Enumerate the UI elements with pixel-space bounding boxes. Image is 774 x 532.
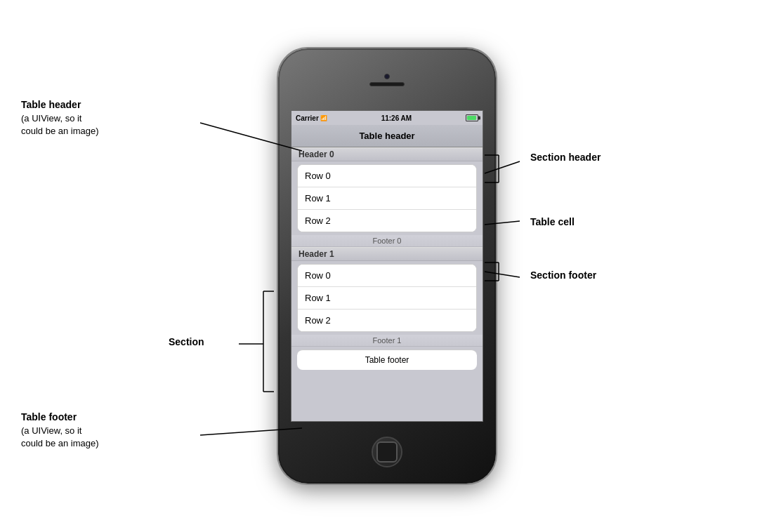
section-rows-1: Row 0 Row 1 Row 2 — [297, 264, 477, 332]
annotation-uiview-1: a UIView, so it — [24, 113, 81, 124]
status-bar: Carrier 📶 11:26 AM — [291, 111, 483, 125]
section-footer-annotation: Section footer — [530, 269, 596, 283]
section-annotation: Section — [169, 335, 204, 350]
section-rows-0: Row 0 Row 1 Row 2 — [297, 164, 477, 232]
table-header-annotation: Table header (a UIView, so it could be a… — [21, 98, 99, 138]
section-footer-1: Footer 1 — [291, 335, 483, 347]
phone-screen: Carrier 📶 11:26 AM Table header Header 0… — [291, 110, 483, 422]
carrier-info: Carrier 📶 — [296, 114, 327, 122]
table-row: Row 2 — [298, 310, 476, 331]
battery-icon — [466, 114, 478, 121]
wifi-icon: 📶 — [320, 115, 327, 121]
battery-fill — [467, 116, 476, 120]
table-cell-annotation: Table cell — [530, 215, 575, 230]
table-footer-annotation: Table footer (a UIView, so it could be a… — [21, 411, 99, 450]
section-header-1: Header 1 — [291, 247, 483, 261]
table-row: Row 0 — [298, 265, 476, 287]
carrier-label: Carrier — [296, 114, 319, 122]
table-footer-view: Table footer — [297, 350, 477, 370]
home-button-inner — [376, 441, 398, 463]
table-row: Row 1 — [298, 287, 476, 310]
speaker-icon — [369, 82, 405, 86]
table-view: Header 0 Row 0 Row 1 Row 2 Footer 0 — [291, 147, 483, 373]
navigation-bar: Table header — [291, 125, 483, 147]
section-footer-0: Footer 0 — [291, 235, 483, 247]
table-row: Row 2 — [298, 210, 476, 232]
nav-title: Table header — [359, 131, 414, 141]
phone-bottom-bezel — [278, 420, 496, 484]
time-label: 11:26 AM — [381, 114, 412, 122]
section-header-0: Header 0 — [291, 147, 483, 161]
section-header-annotation: Section header — [530, 151, 601, 165]
home-button[interactable] — [372, 437, 402, 467]
phone-mockup: Carrier 📶 11:26 AM Table header Header 0… — [278, 48, 496, 484]
table-row: Row 1 — [298, 187, 476, 210]
table-row: Row 0 — [298, 165, 476, 187]
camera-icon — [384, 74, 390, 79]
phone-top-bezel — [278, 48, 496, 112]
